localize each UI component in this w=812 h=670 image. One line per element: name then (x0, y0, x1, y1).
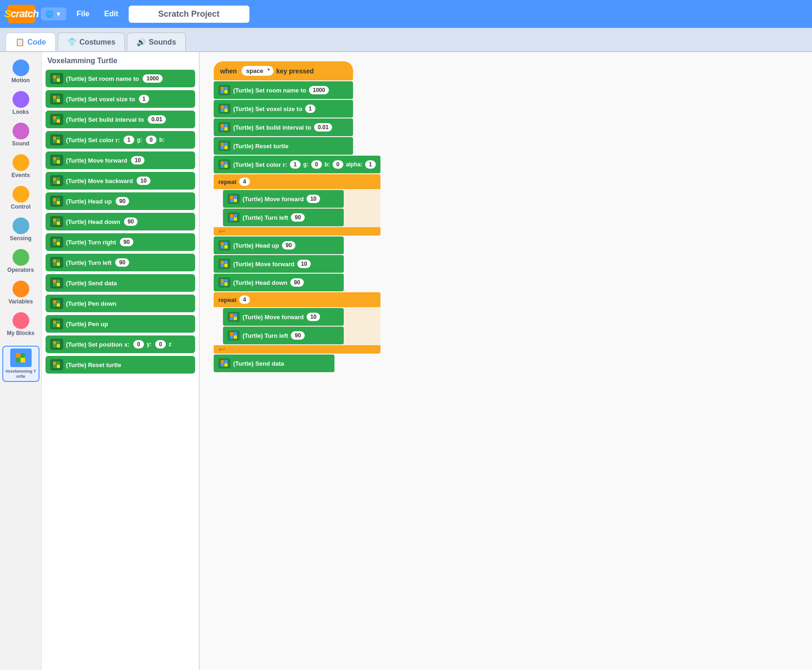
repeat1-block-1[interactable]: (Turtle) Turn left 90 (223, 209, 344, 226)
categories-panel: Motion Looks Sound Events Control Sensin… (0, 52, 42, 670)
edit-menu-button[interactable]: Edit (99, 7, 123, 21)
repeat2-text-1: (Turtle) Turn left (242, 332, 288, 339)
canvas-icon-0 (218, 85, 230, 95)
canvas-block-senddata[interactable]: (Turtle) Send data (214, 355, 334, 372)
key-dropdown[interactable]: space (242, 66, 274, 76)
cat-events[interactable]: Events (2, 151, 39, 181)
canvas-val-alpha: 1 (365, 160, 376, 169)
svg-rect-95 (224, 245, 228, 249)
block-pen-up[interactable]: (Turtle) Pen up (46, 315, 195, 333)
tab-code[interactable]: 📋 Code (6, 33, 56, 51)
svg-rect-108 (230, 332, 233, 335)
svg-rect-100 (221, 279, 224, 282)
repeat2-count: 4 (239, 296, 250, 304)
svg-rect-20 (53, 157, 56, 160)
canvas-block-color[interactable]: (Turtle) Set color r: 1 g: 0 b: 0 alpha:… (214, 156, 380, 173)
sound-circle (13, 123, 29, 139)
events-circle (13, 154, 29, 171)
block-head-down[interactable]: (Turtle) Head down 90 (46, 213, 195, 230)
cat-looks-label: Looks (13, 109, 29, 115)
cat-control[interactable]: Control (2, 183, 39, 213)
block-icon-2 (50, 114, 63, 125)
block-send-data[interactable]: (Turtle) Send data (46, 274, 195, 292)
repeat-block-1[interactable]: repeat 4 (Turtle) Move forward 10 (214, 174, 380, 236)
svg-rect-12 (53, 116, 56, 119)
svg-rect-0 (16, 353, 20, 358)
block-set-room-name[interactable]: (Turtle) Set room name to 1000 (46, 70, 195, 87)
globe-button[interactable]: 🌐 ▼ (41, 7, 66, 20)
block-head-up[interactable]: (Turtle) Head up 90 (46, 192, 195, 210)
cat-looks[interactable]: Looks (2, 88, 39, 118)
svg-rect-71 (224, 109, 228, 112)
cat-operators-label: Operators (7, 267, 34, 273)
canvas-val-mf2: 10 (297, 260, 311, 268)
block-turn-left[interactable]: (Turtle) Turn left 90 (46, 254, 195, 271)
canvas-area: when space key pressed (Turtle) Set room… (200, 52, 812, 670)
repeat2-header[interactable]: repeat 4 (214, 292, 380, 307)
svg-rect-35 (57, 222, 60, 225)
repeat2-block-1[interactable]: (Turtle) Turn left 90 (223, 327, 344, 344)
svg-rect-82 (224, 161, 228, 164)
canvas-block-1[interactable]: (Turtle) Set voxel size to 1 (214, 100, 353, 118)
canvas-block-mf2[interactable]: (Turtle) Move forward 10 (214, 255, 344, 273)
canvas-block-reset[interactable]: (Turtle) Reset turtle (214, 137, 353, 155)
canvas-block-0[interactable]: (Turtle) Set room name to 1000 (214, 81, 353, 99)
svg-rect-15 (57, 119, 60, 123)
canvas-text-headup: (Turtle) Head up (233, 242, 279, 249)
tab-costumes[interactable]: 👕 Costumes (58, 33, 125, 51)
sprite-item[interactable]: Voxelamming Turtle (2, 346, 39, 382)
block-val-13y: 0 (155, 340, 166, 348)
cat-operators[interactable]: Operators (2, 246, 39, 276)
svg-rect-56 (53, 341, 56, 344)
repeat2-block-0[interactable]: (Turtle) Move forward 10 (223, 308, 344, 326)
repeat1-val-0: 10 (307, 195, 320, 203)
svg-rect-68 (221, 105, 224, 109)
hat-block[interactable]: when space key pressed (214, 61, 353, 80)
block-text-10: (Turtle) Send data (66, 280, 117, 287)
svg-rect-79 (224, 146, 228, 149)
block-pen-down[interactable]: (Turtle) Pen down (46, 295, 195, 312)
canvas-icon-1 (218, 104, 230, 114)
svg-rect-25 (53, 181, 56, 184)
svg-rect-96 (221, 261, 224, 264)
block-set-color[interactable]: (Turtle) Set color r: 1 g: 0 b: (46, 131, 195, 149)
canvas-g-lbl: g: (303, 161, 308, 168)
repeat-block-2[interactable]: repeat 4 (Turtle) Move forward 10 (214, 292, 380, 354)
svg-rect-30 (57, 198, 60, 201)
repeat1-header[interactable]: repeat 4 (214, 174, 380, 189)
canvas-text-mf2: (Turtle) Move forward (233, 261, 295, 268)
svg-rect-81 (221, 164, 224, 168)
cat-sensing[interactable]: Sensing (2, 215, 39, 244)
sounds-icon: 🔊 (137, 38, 146, 46)
repeat1-block-0[interactable]: (Turtle) Move forward 10 (223, 190, 344, 208)
block-reset-turtle[interactable]: (Turtle) Reset turtle (46, 356, 195, 374)
block-set-build-interval[interactable]: (Turtle) Set build interval to 0.01 (46, 111, 195, 128)
canvas-block-headup[interactable]: (Turtle) Head up 90 (214, 236, 344, 254)
cat-variables[interactable]: Variables (2, 278, 39, 308)
svg-rect-13 (53, 119, 56, 123)
myblocks-circle (13, 312, 29, 329)
svg-rect-72 (221, 124, 224, 127)
file-menu-button[interactable]: File (72, 7, 94, 21)
cat-myblocks[interactable]: My Blocks (2, 309, 39, 339)
svg-rect-74 (224, 124, 228, 127)
cat-sound[interactable]: Sound (2, 120, 39, 150)
canvas-block-headdown[interactable]: (Turtle) Head down 90 (214, 274, 344, 291)
svg-rect-19 (57, 140, 60, 143)
svg-rect-39 (57, 242, 60, 245)
block-set-position[interactable]: (Turtle) Set position x: 0 y: 0 z (46, 335, 195, 353)
block-move-forward[interactable]: (Turtle) Move forward 10 (46, 151, 195, 169)
block-icon-9 (50, 257, 63, 268)
svg-rect-31 (57, 201, 60, 204)
svg-rect-62 (57, 361, 60, 365)
project-title-input[interactable] (129, 6, 249, 23)
tab-sounds[interactable]: 🔊 Sounds (127, 33, 186, 51)
block-icon-3 (50, 134, 63, 145)
cat-motion[interactable]: Motion (2, 57, 39, 86)
canvas-block-2[interactable]: (Turtle) Set build interval to 0.01 (214, 118, 353, 136)
block-move-backward[interactable]: (Turtle) Move backward 10 (46, 172, 195, 190)
block-turn-right[interactable]: (Turtle) Turn right 90 (46, 233, 195, 251)
cat-events-label: Events (12, 172, 30, 178)
pressed-label: key pressed (276, 67, 314, 75)
block-set-voxel-size[interactable]: (Turtle) Set voxel size to 1 (46, 90, 195, 108)
